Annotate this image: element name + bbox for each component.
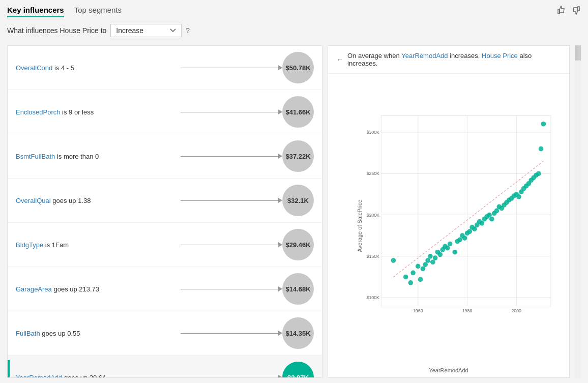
value-bubble: $41.66K	[282, 96, 314, 128]
svg-rect-0	[558, 10, 560, 14]
y-axis-label: Average of SalePrice	[357, 199, 363, 252]
selected-indicator	[8, 360, 10, 378]
list-item[interactable]: BldgType is 1Fam$29.46K	[8, 223, 322, 267]
influencer-label: BsmtFullBath is more than 0	[16, 153, 181, 160]
filter-selected-value: Increase	[116, 26, 143, 35]
thumbup-button[interactable]	[556, 5, 567, 18]
value-bubble: $32.1K	[282, 185, 314, 216]
svg-text:1980: 1980	[462, 308, 473, 313]
value-bubble: $37.22K	[282, 140, 314, 172]
svg-point-19	[391, 258, 396, 263]
scatter-chart: $100K$150K$200K$250K$300K196019802000	[359, 79, 559, 357]
svg-point-45	[472, 226, 477, 231]
list-item[interactable]: EnclosedPorch is 9 or less$41.66K	[8, 90, 322, 134]
back-arrow[interactable]: ←	[336, 55, 343, 64]
svg-text:2000: 2000	[511, 308, 521, 313]
list-item[interactable]: YearRemodAdd goes up 20.64$2.87K	[8, 356, 322, 378]
svg-line-18	[393, 161, 543, 277]
influencer-label: BldgType is 1Fam	[16, 241, 181, 249]
header: Key influencers Top segments	[7, 5, 581, 18]
svg-point-26	[423, 262, 428, 267]
help-icon[interactable]: ?	[186, 26, 190, 35]
influencer-label: EnclosedPorch is 9 or less	[16, 108, 181, 116]
list-item[interactable]: BsmtFullBath is more than 0$37.22K	[8, 134, 322, 179]
svg-point-71	[536, 171, 541, 176]
x-axis-label: YearRemodAdd	[429, 367, 468, 373]
arrow-line	[181, 198, 282, 203]
arrow-line	[181, 154, 282, 159]
svg-point-25	[421, 266, 426, 271]
svg-point-28	[428, 254, 433, 259]
svg-point-23	[416, 264, 421, 269]
chart-description: On average when YearRemodAdd increases, …	[347, 52, 561, 67]
arrow-line	[181, 286, 282, 291]
chart-area: Average of SalePrice YearRemodAdd $100K$…	[328, 74, 569, 377]
svg-text:$300K: $300K	[366, 130, 379, 135]
svg-text:1960: 1960	[413, 308, 423, 313]
influencer-label: OverallCond is 4 - 5	[16, 64, 181, 72]
influencer-label: OverallQual goes up 1.38	[16, 197, 181, 204]
svg-point-24	[418, 277, 423, 282]
scrollbar-thumb[interactable]	[575, 45, 581, 61]
thumbdown-button[interactable]	[571, 5, 581, 18]
right-panel: ← On average when YearRemodAdd increases…	[328, 45, 570, 378]
svg-point-63	[516, 194, 521, 199]
filter-row: What influences House Price to Increase …	[7, 24, 581, 37]
influencer-label: YearRemodAdd goes up 20.64	[16, 374, 181, 378]
value-bubble: $29.46K	[282, 229, 314, 260]
svg-point-32	[437, 252, 443, 257]
svg-rect-1	[578, 7, 579, 11]
arrow-line	[181, 109, 282, 114]
chart-header: ← On average when YearRemodAdd increases…	[328, 46, 569, 74]
svg-text:$250K: $250K	[366, 171, 379, 176]
svg-point-27	[425, 258, 430, 263]
svg-point-52	[489, 217, 494, 222]
svg-point-43	[467, 229, 473, 234]
left-panel: OverallCond is 4 - 5$50.78KEnclosedPorch…	[7, 45, 322, 378]
header-icons	[556, 5, 581, 18]
list-item[interactable]: FullBath goes up 0.55$14.35K	[8, 311, 322, 356]
scrollbar[interactable]	[575, 45, 581, 378]
svg-point-29	[430, 259, 435, 264]
tab-top-segments[interactable]: Top segments	[74, 6, 122, 17]
svg-point-41	[462, 235, 467, 241]
svg-point-73	[541, 122, 546, 127]
list-item[interactable]: GarageArea goes up 213.73$14.68K	[8, 267, 322, 311]
chevron-down-icon	[170, 28, 176, 33]
value-bubble: $50.78K	[282, 52, 314, 83]
filter-label: What influences House Price to	[7, 26, 106, 35]
svg-point-39	[457, 238, 462, 243]
arrow-line	[181, 375, 282, 378]
svg-point-37	[452, 250, 457, 255]
list-item[interactable]: OverallQual goes up 1.38$32.1K	[8, 179, 322, 223]
tabs: Key influencers Top segments	[7, 6, 122, 17]
tab-key-influencers[interactable]: Key influencers	[7, 6, 64, 17]
svg-point-35	[445, 246, 450, 251]
svg-point-48	[480, 221, 485, 226]
svg-point-21	[408, 280, 413, 285]
main-content: OverallCond is 4 - 5$50.78KEnclosedPorch…	[7, 45, 581, 378]
filter-dropdown[interactable]: Increase	[110, 24, 182, 37]
svg-point-30	[433, 255, 438, 260]
value-bubble: $2.87K	[282, 362, 314, 378]
svg-point-51	[487, 213, 492, 218]
arrow-line	[181, 65, 282, 70]
svg-text:$150K: $150K	[366, 254, 379, 259]
svg-text:$100K: $100K	[366, 295, 379, 300]
arrow-line	[181, 331, 282, 336]
arrow-line	[181, 242, 282, 247]
svg-point-22	[410, 271, 416, 276]
svg-point-36	[448, 242, 453, 247]
svg-point-20	[403, 275, 408, 280]
svg-text:$200K: $200K	[366, 213, 379, 218]
value-bubble: $14.68K	[282, 273, 314, 305]
influencer-label: GarageArea goes up 213.73	[16, 285, 181, 293]
svg-point-72	[539, 146, 544, 152]
value-bubble: $14.35K	[282, 317, 314, 349]
influencer-label: FullBath goes up 0.55	[16, 330, 181, 337]
svg-point-54	[494, 209, 499, 214]
list-item[interactable]: OverallCond is 4 - 5$50.78K	[8, 46, 322, 90]
